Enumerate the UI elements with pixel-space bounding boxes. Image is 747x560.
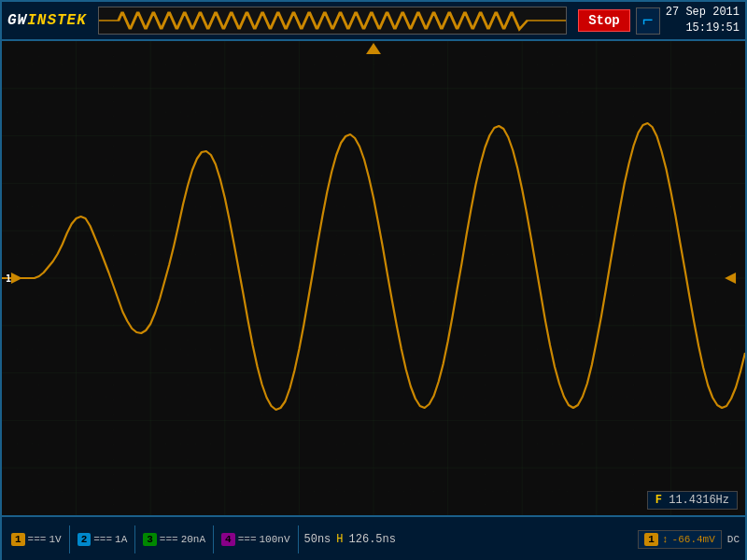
- ch4-value: 100nV: [260, 534, 290, 545]
- sep4: [298, 525, 299, 553]
- freq-value: 11.4316Hz: [669, 494, 729, 507]
- ch1-coupling: ===: [28, 534, 47, 545]
- ch2-info: 2 === 1A: [74, 533, 132, 546]
- waveform-preview: [98, 7, 567, 35]
- date: 27 Sep 2011: [666, 5, 740, 21]
- ch1-value: 1V: [49, 534, 61, 545]
- ch3-value: 20nA: [181, 534, 205, 545]
- ch1-reading-num: 1: [644, 533, 658, 546]
- logo: GWINSTEK: [7, 12, 87, 29]
- ch4-number: 4: [221, 533, 235, 546]
- ch4-coupling: ===: [238, 534, 257, 545]
- left-channels: 1 === 1V 2 === 1A 3 === 20nA: [7, 525, 301, 553]
- ch1-number: 1: [11, 533, 25, 546]
- ch4-info: 4 === 100nV: [218, 533, 293, 546]
- trigger-icon: ⌐: [636, 7, 660, 35]
- timebase-info: 50ns H 126.5ns: [301, 533, 400, 546]
- svg-text:1: 1: [6, 273, 11, 284]
- ch2-value: 1A: [115, 534, 127, 545]
- bottom-row: 1 === 1V 2 === 1A 3 === 20nA: [7, 525, 740, 553]
- ch1-arrow: ↕: [662, 534, 669, 545]
- preview-waveform-svg: [99, 7, 566, 34]
- ch1-info: 1 === 1V: [7, 533, 65, 546]
- logo-instek: INSTEK: [27, 12, 87, 29]
- grid: 1: [2, 41, 745, 515]
- ch1-reading: 1 ↕ -66.4mV: [638, 530, 721, 549]
- time-div: 50ns: [304, 533, 331, 546]
- ch3-info: 3 === 20nA: [139, 533, 209, 546]
- dc-label: DC: [727, 534, 740, 545]
- ch3-coupling: ===: [160, 534, 178, 545]
- sep2: [134, 525, 135, 553]
- right-info: 1 ↕ -66.4mV DC: [638, 530, 740, 549]
- ch3-number: 3: [143, 533, 157, 546]
- display-area: 1: [2, 41, 745, 515]
- freq-f-label: F: [655, 494, 662, 507]
- time-position: 126.5ns: [349, 533, 396, 546]
- top-bar: GWINSTEK Stop ⌐ 27 Sep 2011 15:19:51: [2, 2, 745, 41]
- frequency-display: F 11.4316Hz: [647, 491, 738, 510]
- sep3: [213, 525, 214, 553]
- ch2-coupling: ===: [93, 534, 112, 545]
- logo-gw: GW: [7, 12, 27, 29]
- stop-button[interactable]: Stop: [578, 9, 630, 32]
- ch2-number: 2: [78, 533, 92, 546]
- oscilloscope: GWINSTEK Stop ⌐ 27 Sep 2011 15:19:51: [0, 0, 747, 560]
- datetime: 27 Sep 2011 15:19:51: [666, 5, 740, 36]
- time: 15:19:51: [666, 21, 740, 36]
- sep1: [69, 525, 70, 553]
- ch1-mV: -66.4mV: [672, 534, 715, 545]
- bottom-bar: F 11.4316Hz 1 === 1V 2 === 1A: [2, 515, 745, 560]
- h-label: H: [336, 533, 343, 546]
